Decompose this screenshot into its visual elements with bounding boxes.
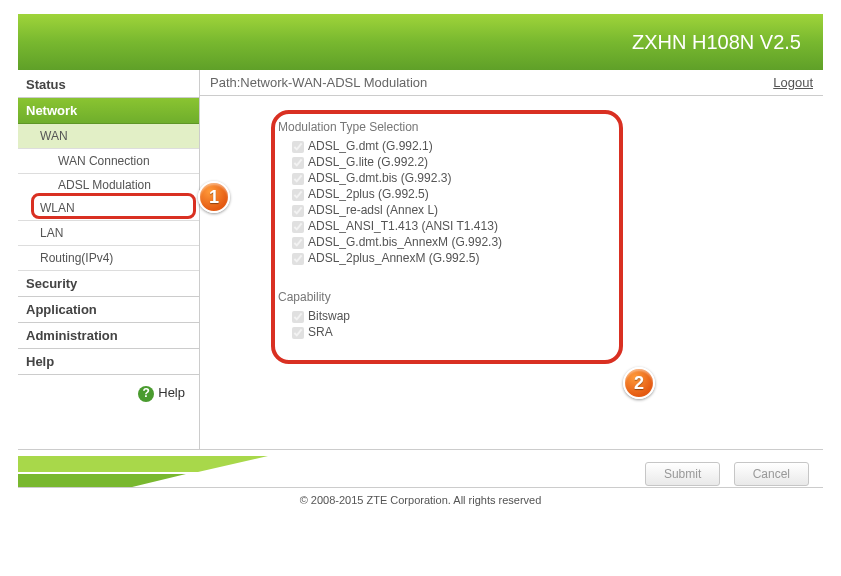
modulation-section: Modulation Type Selection ADSL_G.dmt (G.…: [278, 120, 791, 266]
modulation-label: ADSL_2plus_AnnexM (G.992.5): [308, 251, 479, 265]
modulation-label: ADSL_G.dmt.bis_AnnexM (G.992.3): [308, 235, 502, 249]
modulation-option: ADSL_2plus (G.992.5): [278, 186, 791, 202]
modulation-checkbox[interactable]: [292, 221, 304, 233]
button-row: Submit Cancel: [635, 462, 809, 486]
nav-security[interactable]: Security: [18, 271, 199, 297]
modulation-checkbox[interactable]: [292, 253, 304, 265]
nav-wan[interactable]: WAN: [18, 124, 199, 149]
sidebar: Status Network WAN WAN Connection ADSL M…: [18, 70, 200, 449]
capability-label: SRA: [308, 325, 333, 339]
nav-network-label: Network: [26, 103, 77, 118]
path-bar: Path:Network-WAN-ADSL Modulation Logout: [200, 70, 823, 96]
modulation-checkbox[interactable]: [292, 141, 304, 153]
nav-help-label: Help: [26, 354, 54, 369]
capability-checkbox[interactable]: [292, 327, 304, 339]
capability-checkbox[interactable]: [292, 311, 304, 323]
modulation-label: ADSL_re-adsl (Annex L): [308, 203, 438, 217]
modulation-label: ADSL_G.dmt (G.992.1): [308, 139, 433, 153]
help-link[interactable]: ?Help: [18, 375, 199, 408]
modulation-label: ADSL_2plus (G.992.5): [308, 187, 429, 201]
help-icon: ?: [138, 386, 154, 402]
capability-label: Bitswap: [308, 309, 350, 323]
body-area: Status Network WAN WAN Connection ADSL M…: [18, 70, 823, 450]
nav-administration-label: Administration: [26, 328, 118, 343]
app-frame: ZXHN H108N V2.5 Status Network WAN WAN C…: [0, 0, 841, 576]
modulation-checkbox[interactable]: [292, 157, 304, 169]
nav-wan-label: WAN: [40, 129, 68, 143]
cancel-button[interactable]: Cancel: [734, 462, 809, 486]
logout-link[interactable]: Logout: [773, 75, 813, 90]
copyright: © 2008-2015 ZTE Corporation. All rights …: [18, 487, 823, 506]
modulation-title: Modulation Type Selection: [278, 120, 791, 134]
header-bar: ZXHN H108N V2.5: [18, 14, 823, 70]
nav-adsl-modulation[interactable]: ADSL Modulation: [18, 174, 199, 196]
settings-panel: Modulation Type Selection ADSL_G.dmt (G.…: [278, 120, 791, 340]
modulation-checkbox[interactable]: [292, 173, 304, 185]
modulation-option: ADSL_G.dmt.bis_AnnexM (G.992.3): [278, 234, 791, 250]
nav-lan[interactable]: LAN: [18, 221, 199, 246]
modulation-option: ADSL_G.lite (G.992.2): [278, 154, 791, 170]
nav-administration[interactable]: Administration: [18, 323, 199, 349]
nav-lan-label: LAN: [40, 226, 63, 240]
nav-adsl-modulation-label: ADSL Modulation: [58, 178, 151, 192]
submit-button[interactable]: Submit: [645, 462, 720, 486]
nav-security-label: Security: [26, 276, 77, 291]
nav-routing[interactable]: Routing(IPv4): [18, 246, 199, 271]
nav-wan-connection-label: WAN Connection: [58, 154, 150, 168]
modulation-checkbox[interactable]: [292, 237, 304, 249]
capability-title: Capability: [278, 290, 791, 304]
modulation-option: ADSL_G.dmt (G.992.1): [278, 138, 791, 154]
nav-status-label: Status: [26, 77, 66, 92]
nav-help[interactable]: Help: [18, 349, 199, 375]
footer: Submit Cancel © 2008-2015 ZTE Corporatio…: [18, 450, 823, 510]
modulation-checkbox[interactable]: [292, 189, 304, 201]
nav-wlan[interactable]: WLAN: [18, 196, 199, 221]
nav-network[interactable]: Network: [18, 98, 199, 124]
product-title: ZXHN H108N V2.5: [632, 31, 801, 54]
modulation-option: ADSL_2plus_AnnexM (G.992.5): [278, 250, 791, 266]
help-link-label: Help: [158, 385, 185, 400]
modulation-label: ADSL_ANSI_T1.413 (ANSI T1.413): [308, 219, 498, 233]
nav-wan-connection[interactable]: WAN Connection: [18, 149, 199, 174]
modulation-label: ADSL_G.dmt.bis (G.992.3): [308, 171, 451, 185]
capability-option: SRA: [278, 324, 791, 340]
breadcrumb: Path:Network-WAN-ADSL Modulation: [210, 75, 427, 90]
capability-option: Bitswap: [278, 308, 791, 324]
modulation-option: ADSL_G.dmt.bis (G.992.3): [278, 170, 791, 186]
nav-application[interactable]: Application: [18, 297, 199, 323]
modulation-option: ADSL_re-adsl (Annex L): [278, 202, 791, 218]
content: Path:Network-WAN-ADSL Modulation Logout …: [200, 70, 823, 449]
nav-routing-label: Routing(IPv4): [40, 251, 113, 265]
modulation-label: ADSL_G.lite (G.992.2): [308, 155, 428, 169]
nav-application-label: Application: [26, 302, 97, 317]
modulation-checkbox[interactable]: [292, 205, 304, 217]
modulation-option: ADSL_ANSI_T1.413 (ANSI T1.413): [278, 218, 791, 234]
nav-status[interactable]: Status: [18, 72, 199, 98]
capability-section: Capability Bitswap SRA: [278, 290, 791, 340]
nav-wlan-label: WLAN: [40, 201, 75, 215]
